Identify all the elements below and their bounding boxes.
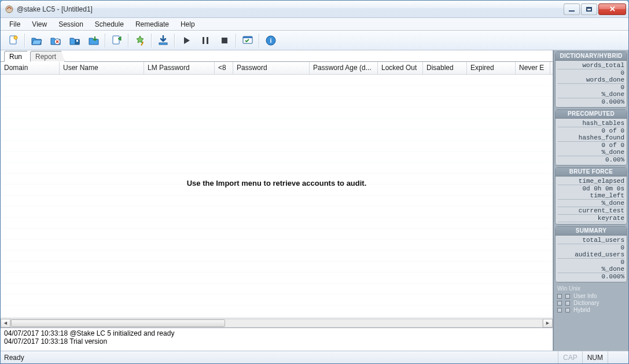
panel-title: DICTIONARY/HYBRID (556, 52, 627, 61)
column-header[interactable]: Expired (467, 62, 516, 74)
panel-dictionary: DICTIONARY/HYBRID words_total0words_done… (555, 52, 627, 108)
menubar: File View Session Schedule Remediate Hel… (1, 18, 628, 31)
app-window: @stake LC5 - [Untitled1] ✕ File View Ses… (0, 0, 629, 364)
import-button[interactable] (84, 32, 103, 49)
stat-label: audited_users (558, 251, 624, 259)
panel-bruteforce: BRUTE FORCE time_elapsed0d 0h 0m 0stime_… (555, 167, 627, 225)
svg-rect-5 (76, 40, 78, 42)
checkbox-icon[interactable] (557, 308, 562, 312)
checkbox-icon[interactable] (565, 301, 570, 306)
column-header[interactable]: Locked Out (378, 62, 423, 74)
column-header[interactable]: <8 (215, 62, 233, 74)
column-header[interactable]: LM Password (144, 62, 215, 74)
menu-remediate[interactable]: Remediate (130, 19, 174, 30)
status-cap: CAP (558, 351, 582, 363)
stat-label: %_done (558, 266, 624, 273)
menu-help[interactable]: Help (175, 19, 200, 30)
stat-label: %_done (558, 200, 624, 207)
misc-header: Win Unix (557, 285, 625, 292)
stat-label: %_done (558, 149, 624, 156)
stat-value: 0 of 0 (558, 127, 624, 134)
stat-label: words_total (558, 62, 624, 69)
stat-label: current_test (558, 207, 624, 215)
stat-value: 0 (558, 244, 624, 251)
play-button[interactable] (177, 32, 196, 49)
horizontal-scrollbar[interactable]: ◄ ► (1, 318, 553, 328)
panel-title: PRECOMPUTED (556, 110, 627, 119)
app-icon (5, 5, 14, 14)
help-button[interactable]: i (262, 32, 280, 49)
stop-button[interactable] (215, 32, 234, 49)
stat-label: hashes_found (558, 134, 624, 142)
svg-point-0 (6, 6, 13, 13)
stat-label: time_left (558, 192, 624, 200)
open-session-button[interactable] (27, 32, 46, 49)
misc-label: Dictionary (573, 300, 599, 306)
column-header[interactable]: Domain (1, 62, 60, 74)
stat-value: 0 (558, 69, 624, 76)
column-header[interactable]: Never E (516, 62, 550, 74)
empty-message: Use the Import menu to retrieve accounts… (1, 179, 553, 187)
checkbox-icon[interactable] (557, 301, 562, 306)
column-header[interactable]: User Name (60, 62, 144, 74)
window-title: @stake LC5 - [Untitled1] (17, 5, 564, 13)
menu-file[interactable]: File (4, 19, 25, 30)
wizard-button[interactable] (131, 32, 149, 49)
panel-title: SUMMARY (556, 227, 627, 236)
table-body: Use the Import menu to retrieve accounts… (1, 75, 553, 318)
stat-value: 0 (558, 259, 624, 266)
stat-label: words_done (558, 76, 624, 84)
body-area: Run Report DomainUser NameLM Password<8P… (1, 50, 628, 351)
svg-rect-10 (207, 37, 208, 44)
checkbox-icon[interactable] (565, 308, 570, 312)
stat-value: 0d 0h 0m 0s (558, 185, 624, 192)
svg-rect-6 (113, 36, 119, 44)
stat-value: 0.000% (558, 98, 624, 105)
close-button[interactable]: ✕ (598, 3, 626, 15)
pause-button[interactable] (196, 32, 215, 49)
menu-view[interactable]: View (27, 19, 52, 30)
maximize-button[interactable] (581, 3, 597, 15)
table-header: DomainUser NameLM Password<8PasswordPass… (1, 62, 553, 75)
new-session-button[interactable] (4, 32, 23, 49)
close-session-button[interactable] (46, 32, 65, 49)
options-button[interactable] (238, 32, 257, 49)
stat-label: hash_tables (558, 120, 624, 127)
left-pane: Run Report DomainUser NameLM Password<8P… (1, 50, 553, 351)
svg-text:i: i (270, 37, 271, 44)
menu-schedule[interactable]: Schedule (90, 19, 129, 30)
scroll-track[interactable] (10, 319, 543, 328)
stat-label: keyrate (558, 215, 624, 222)
export-button[interactable] (108, 32, 126, 49)
titlebar[interactable]: @stake LC5 - [Untitled1] ✕ (1, 1, 628, 18)
checkbox-icon[interactable] (565, 294, 570, 299)
misc-item[interactable]: Hybrid (557, 307, 625, 313)
svg-rect-11 (222, 38, 227, 43)
tab-report[interactable]: Report (30, 51, 65, 62)
stat-value: 0 of 0 (558, 142, 624, 149)
svg-rect-8 (159, 43, 167, 45)
panel-title: BRUTE FORCE (556, 168, 627, 177)
minimize-button[interactable] (564, 3, 580, 15)
save-session-button[interactable] (65, 32, 84, 49)
table: DomainUser NameLM Password<8PasswordPass… (1, 62, 553, 318)
checkbox-icon[interactable] (557, 294, 562, 299)
statusbar: Ready CAP NUM (1, 351, 628, 363)
stat-value: 0.00% (558, 156, 624, 163)
misc-item[interactable]: User Info (557, 293, 625, 299)
column-header[interactable]: Password (233, 62, 310, 74)
panel-summary: SUMMARY total_users0audited_users0%_done… (555, 226, 627, 282)
status-empty (608, 351, 625, 363)
scroll-thumb[interactable] (11, 319, 225, 327)
scroll-left-button[interactable]: ◄ (1, 319, 10, 328)
log-line: 04/07/2017 10:33:18 Trial version (4, 337, 549, 345)
misc-item[interactable]: Dictionary (557, 300, 625, 306)
column-header[interactable]: Password Age (d... (310, 62, 378, 74)
scroll-right-button[interactable]: ► (543, 319, 553, 328)
stat-value: 0 (558, 84, 624, 91)
tab-run[interactable]: Run (4, 51, 31, 62)
panel-precomputed: PRECOMPUTED hash_tables0 of 0hashes_foun… (555, 109, 627, 166)
download-button[interactable] (154, 32, 172, 49)
menu-session[interactable]: Session (53, 19, 89, 30)
column-header[interactable]: Disabled (423, 62, 467, 74)
